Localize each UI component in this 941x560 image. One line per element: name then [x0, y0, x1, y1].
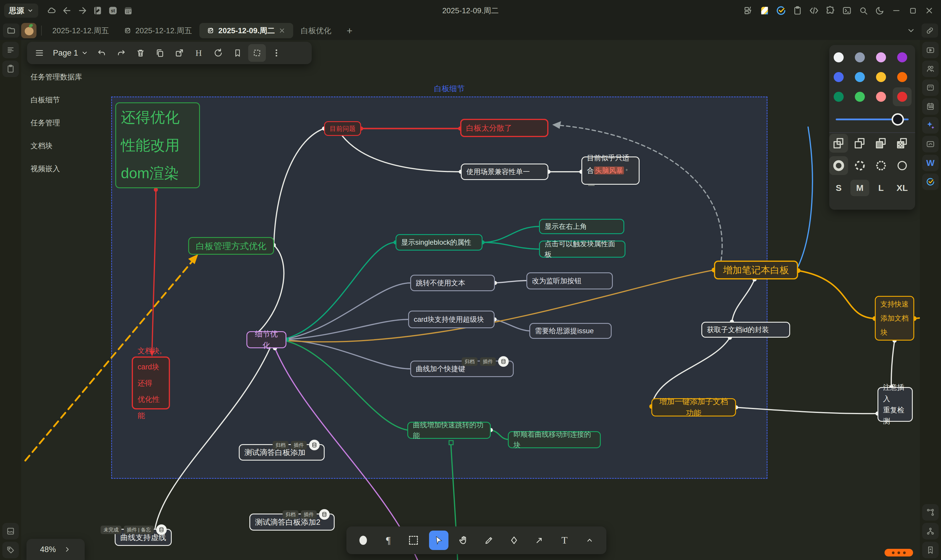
color-swatch[interactable]: [834, 72, 844, 82]
canvas-node[interactable]: 白板太分散了: [460, 119, 549, 137]
hand-tool[interactable]: [454, 531, 474, 550]
color-swatch[interactable]: [876, 92, 886, 102]
clipboard-icon[interactable]: [2, 61, 19, 77]
cloud-sync-icon[interactable]: [44, 3, 59, 18]
stroke-style-dashed[interactable]: [850, 156, 869, 175]
fill-style-offset[interactable]: [850, 134, 869, 153]
canvas-node[interactable]: 使用场景兼容性单一: [461, 163, 549, 180]
stroke-style-dotted[interactable]: [872, 156, 890, 175]
minimize-icon[interactable]: [889, 3, 904, 18]
menu-icon[interactable]: [31, 44, 48, 62]
close-icon[interactable]: [922, 3, 937, 18]
color-swatch[interactable]: [855, 72, 865, 82]
stroke-style-solid[interactable]: [829, 156, 848, 175]
chevron-down-icon[interactable]: [903, 23, 919, 38]
canvas-node[interactable]: 细节优化: [246, 331, 286, 348]
canvas-node[interactable]: 目前似乎只适合头脑风暴*: [581, 157, 640, 185]
color-swatch[interactable]: [834, 92, 844, 102]
select-tool-button[interactable]: [248, 44, 266, 62]
refresh-button[interactable]: [209, 44, 227, 62]
terminal-icon[interactable]: [839, 3, 855, 18]
canvas-node[interactable]: 改为监听加按钮: [526, 272, 613, 289]
color-swatch[interactable]: [897, 52, 907, 62]
canvas-node[interactable]: 目前问题: [324, 121, 361, 136]
tab-daily-1[interactable]: 2025-12-12.周五: [45, 23, 117, 38]
canvas-node[interactable]: 支持快速 添加文档 块: [875, 296, 914, 341]
canvas-node[interactable]: 需要给思源提issue: [529, 323, 612, 339]
w-letter-icon[interactable]: W: [922, 155, 939, 171]
daily-note-icon[interactable]: [90, 3, 105, 18]
color-swatch[interactable]: [834, 52, 844, 62]
doc-item[interactable]: 视频嵌入: [31, 162, 82, 175]
canvas-node[interactable]: 即顺着曲线移动到连接的块: [508, 431, 601, 448]
canvas-node[interactable]: 曲线增加快速跳转的功能: [407, 422, 491, 439]
puzzle-icon[interactable]: [823, 3, 838, 18]
folder-icon[interactable]: [3, 23, 19, 38]
code-icon[interactable]: [806, 3, 822, 18]
search-icon[interactable]: [856, 3, 871, 18]
notebook-avatar[interactable]: [21, 23, 37, 38]
sketch-icon[interactable]: [922, 136, 939, 152]
color-swatch[interactable]: [876, 72, 886, 82]
tab-daily-2[interactable]: 2025-12-12.周五: [117, 23, 199, 38]
select-area-tool[interactable]: [404, 531, 423, 550]
canvas-node[interactable]: 增加一键添加子文档功能: [651, 398, 736, 417]
close-tab-icon[interactable]: [278, 27, 286, 34]
size-s[interactable]: S: [829, 180, 848, 196]
size-l[interactable]: L: [872, 180, 890, 196]
size-xl[interactable]: XL: [893, 180, 912, 196]
size-m[interactable]: M: [850, 180, 869, 196]
doc-item[interactable]: 任务管理: [31, 117, 82, 129]
undo-button[interactable]: [93, 44, 111, 62]
canvas-node[interactable]: 增加笔记本白板: [714, 261, 798, 279]
tab-whiteboard[interactable]: 白板优化: [293, 23, 339, 38]
calendar-icon[interactable]: [922, 98, 939, 115]
canvas-node[interactable]: 还得优化 性能改用 dom渲染: [115, 102, 200, 188]
canvas-node[interactable]: 获取子文档id的封装: [701, 322, 790, 338]
align-list-icon[interactable]: [2, 42, 19, 58]
arrow-tool[interactable]: [530, 531, 549, 550]
canvas-node[interactable]: 显示在右上角: [539, 219, 624, 234]
canvas-node[interactable]: 未完成插件 | 备忘曲线支持虚线: [115, 529, 172, 546]
heading-button[interactable]: H: [190, 44, 208, 62]
eraser-diamond-tool[interactable]: [504, 531, 524, 550]
fill-style-hatched[interactable]: [893, 134, 912, 153]
calendar-plugin-icon[interactable]: [121, 3, 136, 18]
fill-style-solid[interactable]: [872, 134, 890, 153]
stroke-style-thin[interactable]: [893, 156, 912, 175]
canvas-node[interactable]: 白板管理方式优化: [188, 237, 274, 255]
redo-button[interactable]: [112, 44, 130, 62]
task-check-plugin-icon[interactable]: [773, 3, 789, 18]
video-icon[interactable]: [922, 42, 939, 58]
ellipse-tool[interactable]: [354, 531, 373, 550]
tab-active[interactable]: 2025-12-09.周二: [199, 23, 293, 38]
color-swatch[interactable]: [855, 52, 865, 62]
collapse-toolbar-button[interactable]: [580, 531, 599, 550]
bookmark-star-icon[interactable]: [922, 542, 939, 558]
canvas-node[interactable]: 点击可以触发块属性面板: [539, 241, 626, 258]
export-button[interactable]: [171, 44, 188, 62]
dark-mode-icon[interactable]: [872, 3, 887, 18]
new-tab-button[interactable]: +: [339, 23, 360, 38]
doc-item[interactable]: 文档块: [31, 139, 82, 152]
clipboard-icon[interactable]: [790, 3, 805, 18]
chevron-right-icon[interactable]: [63, 546, 71, 553]
color-swatch[interactable]: [855, 92, 865, 102]
st-plugin-icon[interactable]: st: [105, 3, 121, 18]
ai-sparkle-icon[interactable]: [922, 117, 939, 134]
flowchart-icon[interactable]: [922, 504, 939, 521]
forward-arrow-icon[interactable]: [75, 3, 90, 18]
color-swatch[interactable]: [897, 72, 907, 82]
duplicate-button[interactable]: [151, 44, 169, 62]
workspace-icon[interactable]: [740, 3, 756, 18]
card-icon[interactable]: [922, 79, 939, 96]
slider-knob[interactable]: [892, 113, 904, 126]
check-circle-icon[interactable]: [922, 174, 939, 190]
canvas-node[interactable]: 文档块, card块还得 优化性能: [132, 357, 170, 409]
link-icon[interactable]: [922, 23, 938, 38]
paragraph-tool[interactable]: ¶: [378, 531, 398, 550]
canvas-node[interactable]: 显示singleblock的属性: [395, 234, 483, 251]
doc-item[interactable]: 任务管理数据库: [31, 71, 82, 83]
delete-button[interactable]: [132, 44, 149, 62]
back-arrow-icon[interactable]: [59, 3, 75, 18]
